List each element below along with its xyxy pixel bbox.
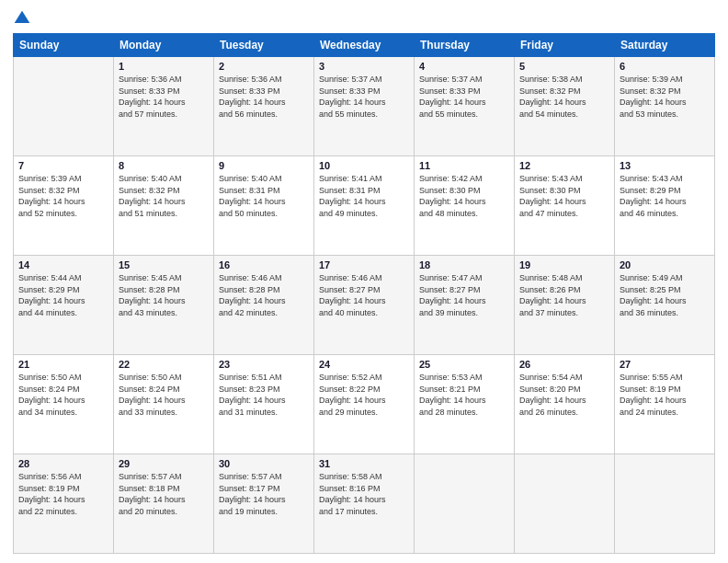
day-number: 31 bbox=[319, 458, 409, 469]
day-header-row: SundayMondayTuesdayWednesdayThursdayFrid… bbox=[14, 34, 715, 57]
day-cell: 11Sunrise: 5:42 AM Sunset: 8:30 PM Dayli… bbox=[415, 156, 515, 256]
day-cell: 22Sunrise: 5:50 AM Sunset: 8:24 PM Dayli… bbox=[114, 355, 214, 454]
day-info: Sunrise: 5:43 AM Sunset: 8:30 PM Dayligh… bbox=[519, 173, 609, 219]
day-cell: 10Sunrise: 5:41 AM Sunset: 8:31 PM Dayli… bbox=[314, 156, 415, 256]
day-cell: 6Sunrise: 5:39 AM Sunset: 8:32 PM Daylig… bbox=[615, 57, 715, 156]
day-number: 8 bbox=[119, 160, 209, 171]
day-cell: 15Sunrise: 5:45 AM Sunset: 8:28 PM Dayli… bbox=[114, 256, 214, 355]
week-row-4: 21Sunrise: 5:50 AM Sunset: 8:24 PM Dayli… bbox=[14, 355, 715, 454]
day-number: 10 bbox=[319, 160, 409, 171]
week-row-3: 14Sunrise: 5:44 AM Sunset: 8:29 PM Dayli… bbox=[14, 256, 715, 355]
day-number: 22 bbox=[119, 359, 209, 370]
day-info: Sunrise: 5:36 AM Sunset: 8:33 PM Dayligh… bbox=[219, 74, 309, 120]
day-info: Sunrise: 5:55 AM Sunset: 8:19 PM Dayligh… bbox=[620, 372, 710, 418]
svg-marker-0 bbox=[15, 11, 30, 23]
day-cell: 3Sunrise: 5:37 AM Sunset: 8:33 PM Daylig… bbox=[314, 57, 415, 156]
page: SundayMondayTuesdayWednesdayThursdayFrid… bbox=[0, 0, 728, 563]
day-cell: 17Sunrise: 5:46 AM Sunset: 8:27 PM Dayli… bbox=[314, 256, 415, 355]
day-number: 18 bbox=[419, 259, 509, 270]
day-number: 26 bbox=[519, 359, 609, 370]
logo-icon bbox=[13, 9, 31, 28]
day-info: Sunrise: 5:45 AM Sunset: 8:28 PM Dayligh… bbox=[119, 272, 209, 318]
day-cell: 4Sunrise: 5:37 AM Sunset: 8:33 PM Daylig… bbox=[415, 57, 515, 156]
day-cell: 13Sunrise: 5:43 AM Sunset: 8:29 PM Dayli… bbox=[615, 156, 715, 256]
day-number: 9 bbox=[219, 160, 309, 171]
day-cell: 21Sunrise: 5:50 AM Sunset: 8:24 PM Dayli… bbox=[14, 355, 114, 454]
day-info: Sunrise: 5:43 AM Sunset: 8:29 PM Dayligh… bbox=[620, 173, 710, 219]
day-header-saturday: Saturday bbox=[615, 34, 715, 57]
day-info: Sunrise: 5:46 AM Sunset: 8:27 PM Dayligh… bbox=[319, 272, 409, 318]
day-info: Sunrise: 5:47 AM Sunset: 8:27 PM Dayligh… bbox=[419, 272, 509, 318]
day-info: Sunrise: 5:57 AM Sunset: 8:18 PM Dayligh… bbox=[119, 471, 209, 517]
day-number: 3 bbox=[319, 61, 409, 72]
day-info: Sunrise: 5:40 AM Sunset: 8:32 PM Dayligh… bbox=[119, 173, 209, 219]
day-info: Sunrise: 5:54 AM Sunset: 8:20 PM Dayligh… bbox=[519, 372, 609, 418]
day-number: 7 bbox=[18, 160, 108, 171]
day-cell: 18Sunrise: 5:47 AM Sunset: 8:27 PM Dayli… bbox=[415, 256, 515, 355]
day-cell: 27Sunrise: 5:55 AM Sunset: 8:19 PM Dayli… bbox=[615, 355, 715, 454]
day-cell: 16Sunrise: 5:46 AM Sunset: 8:28 PM Dayli… bbox=[214, 256, 314, 355]
day-cell: 25Sunrise: 5:53 AM Sunset: 8:21 PM Dayli… bbox=[415, 355, 515, 454]
day-number: 25 bbox=[419, 359, 509, 370]
day-cell: 31Sunrise: 5:58 AM Sunset: 8:16 PM Dayli… bbox=[314, 454, 415, 554]
day-header-thursday: Thursday bbox=[415, 34, 515, 57]
day-cell bbox=[615, 454, 715, 554]
day-cell: 12Sunrise: 5:43 AM Sunset: 8:30 PM Dayli… bbox=[515, 156, 615, 256]
day-header-wednesday: Wednesday bbox=[314, 34, 415, 57]
day-info: Sunrise: 5:49 AM Sunset: 8:25 PM Dayligh… bbox=[620, 272, 710, 318]
day-info: Sunrise: 5:48 AM Sunset: 8:26 PM Dayligh… bbox=[519, 272, 609, 318]
day-number: 20 bbox=[620, 259, 710, 270]
day-info: Sunrise: 5:53 AM Sunset: 8:21 PM Dayligh… bbox=[419, 372, 509, 418]
day-header-sunday: Sunday bbox=[14, 34, 114, 57]
day-cell: 24Sunrise: 5:52 AM Sunset: 8:22 PM Dayli… bbox=[314, 355, 415, 454]
day-header-friday: Friday bbox=[515, 34, 615, 57]
day-number: 13 bbox=[620, 160, 710, 171]
day-number: 24 bbox=[319, 359, 409, 370]
day-cell: 23Sunrise: 5:51 AM Sunset: 8:23 PM Dayli… bbox=[214, 355, 314, 454]
day-cell: 8Sunrise: 5:40 AM Sunset: 8:32 PM Daylig… bbox=[114, 156, 214, 256]
day-cell: 19Sunrise: 5:48 AM Sunset: 8:26 PM Dayli… bbox=[515, 256, 615, 355]
day-number: 27 bbox=[620, 359, 710, 370]
day-info: Sunrise: 5:46 AM Sunset: 8:28 PM Dayligh… bbox=[219, 272, 309, 318]
day-cell: 14Sunrise: 5:44 AM Sunset: 8:29 PM Dayli… bbox=[14, 256, 114, 355]
day-number: 1 bbox=[119, 61, 209, 72]
day-info: Sunrise: 5:41 AM Sunset: 8:31 PM Dayligh… bbox=[319, 173, 409, 219]
day-info: Sunrise: 5:51 AM Sunset: 8:23 PM Dayligh… bbox=[219, 372, 309, 418]
day-number: 28 bbox=[18, 458, 108, 469]
day-number: 4 bbox=[419, 61, 509, 72]
day-info: Sunrise: 5:36 AM Sunset: 8:33 PM Dayligh… bbox=[119, 74, 209, 120]
day-info: Sunrise: 5:50 AM Sunset: 8:24 PM Dayligh… bbox=[18, 372, 108, 418]
day-number: 23 bbox=[219, 359, 309, 370]
day-cell: 7Sunrise: 5:39 AM Sunset: 8:32 PM Daylig… bbox=[14, 156, 114, 256]
day-cell: 1Sunrise: 5:36 AM Sunset: 8:33 PM Daylig… bbox=[114, 57, 214, 156]
day-info: Sunrise: 5:50 AM Sunset: 8:24 PM Dayligh… bbox=[119, 372, 209, 418]
day-cell: 20Sunrise: 5:49 AM Sunset: 8:25 PM Dayli… bbox=[615, 256, 715, 355]
day-info: Sunrise: 5:56 AM Sunset: 8:19 PM Dayligh… bbox=[18, 471, 108, 517]
day-cell: 30Sunrise: 5:57 AM Sunset: 8:17 PM Dayli… bbox=[214, 454, 314, 554]
calendar-table: SundayMondayTuesdayWednesdayThursdayFrid… bbox=[13, 33, 715, 554]
day-info: Sunrise: 5:38 AM Sunset: 8:32 PM Dayligh… bbox=[519, 74, 609, 120]
day-header-monday: Monday bbox=[114, 34, 214, 57]
day-number: 21 bbox=[18, 359, 108, 370]
day-number: 17 bbox=[319, 259, 409, 270]
day-number: 16 bbox=[219, 259, 309, 270]
day-number: 15 bbox=[119, 259, 209, 270]
day-cell: 26Sunrise: 5:54 AM Sunset: 8:20 PM Dayli… bbox=[515, 355, 615, 454]
week-row-5: 28Sunrise: 5:56 AM Sunset: 8:19 PM Dayli… bbox=[14, 454, 715, 554]
day-number: 6 bbox=[620, 61, 710, 72]
day-number: 14 bbox=[18, 259, 108, 270]
day-info: Sunrise: 5:40 AM Sunset: 8:31 PM Dayligh… bbox=[219, 173, 309, 219]
day-number: 19 bbox=[519, 259, 609, 270]
day-cell: 5Sunrise: 5:38 AM Sunset: 8:32 PM Daylig… bbox=[515, 57, 615, 156]
day-cell bbox=[515, 454, 615, 554]
logo bbox=[13, 9, 35, 28]
day-info: Sunrise: 5:37 AM Sunset: 8:33 PM Dayligh… bbox=[419, 74, 509, 120]
day-info: Sunrise: 5:37 AM Sunset: 8:33 PM Dayligh… bbox=[319, 74, 409, 120]
day-info: Sunrise: 5:44 AM Sunset: 8:29 PM Dayligh… bbox=[18, 272, 108, 318]
day-info: Sunrise: 5:58 AM Sunset: 8:16 PM Dayligh… bbox=[319, 471, 409, 517]
header bbox=[13, 9, 715, 28]
day-info: Sunrise: 5:39 AM Sunset: 8:32 PM Dayligh… bbox=[620, 74, 710, 120]
week-row-1: 1Sunrise: 5:36 AM Sunset: 8:33 PM Daylig… bbox=[14, 57, 715, 156]
day-number: 30 bbox=[219, 458, 309, 469]
day-cell: 9Sunrise: 5:40 AM Sunset: 8:31 PM Daylig… bbox=[214, 156, 314, 256]
